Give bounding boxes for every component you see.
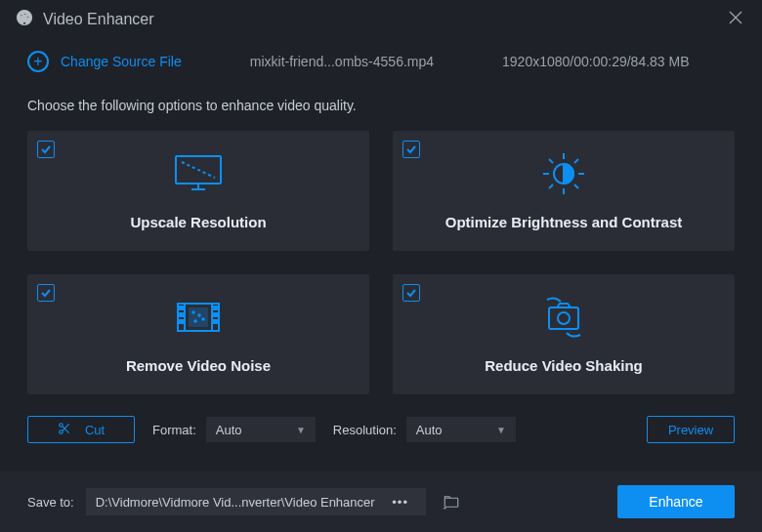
plus-icon: +	[27, 51, 49, 72]
checkbox-noise[interactable]	[37, 284, 55, 302]
svg-point-3	[27, 16, 29, 18]
cut-label: Cut	[85, 423, 105, 437]
option-label: Optimize Brightness and Contrast	[445, 214, 683, 230]
svg-rect-39	[444, 498, 458, 507]
bottom-bar: Save to: D:\Vidmore\Vidmore Vid...nverte…	[0, 471, 762, 532]
source-file-name: mixkit-friend...ombs-4556.mp4	[250, 54, 434, 69]
option-upscale-resolution[interactable]: Upscale Resolution	[27, 131, 369, 251]
options-grid: Upscale Resolution	[27, 131, 735, 394]
enhance-button[interactable]: Enhance	[617, 485, 735, 518]
svg-point-2	[24, 13, 26, 15]
format-group: Format: Auto ▼	[152, 417, 316, 442]
change-source-button[interactable]: + Change Source File	[27, 51, 182, 72]
palette-icon	[16, 9, 33, 30]
film-noise-icon	[174, 295, 223, 340]
resolution-value: Auto	[416, 423, 443, 437]
window-title: Video Enhancer	[43, 11, 154, 28]
browse-button[interactable]: •••	[385, 495, 416, 510]
svg-rect-27	[214, 320, 217, 323]
open-folder-button[interactable]	[438, 488, 465, 515]
option-reduce-shaking[interactable]: Reduce Video Shaking	[393, 274, 735, 394]
save-path-field[interactable]: D:\Vidmore\Vidmore Vid...nverter\Video E…	[86, 488, 426, 515]
save-to-label: Save to:	[27, 495, 74, 510]
chevron-down-icon: ▼	[496, 425, 506, 435]
save-path-text: D:\Vidmore\Vidmore Vid...nverter\Video E…	[96, 495, 375, 510]
option-label: Reduce Video Shaking	[485, 357, 642, 374]
svg-rect-24	[180, 320, 183, 323]
svg-rect-28	[190, 308, 207, 326]
svg-rect-25	[214, 307, 217, 309]
svg-rect-23	[180, 313, 183, 316]
titlebar-left: Video Enhancer	[16, 9, 154, 30]
scissors-icon	[58, 422, 71, 438]
svg-point-1	[21, 15, 22, 17]
svg-line-18	[574, 159, 578, 163]
svg-rect-33	[549, 307, 578, 329]
svg-rect-22	[180, 307, 183, 309]
resolution-group: Resolution: Auto ▼	[333, 417, 516, 442]
main-area: Choose the following options to enhance …	[0, 90, 762, 443]
svg-point-30	[198, 314, 200, 316]
svg-line-17	[549, 184, 553, 188]
svg-rect-26	[214, 313, 217, 316]
enhance-label: Enhance	[649, 494, 702, 510]
preview-button[interactable]: Preview	[647, 416, 735, 443]
controls-row: Cut Format: Auto ▼ Resolution: Auto ▼ Pr…	[27, 394, 735, 443]
preview-label: Preview	[668, 423, 713, 437]
svg-line-7	[182, 162, 215, 178]
monitor-icon	[172, 151, 225, 196]
svg-point-36	[60, 430, 64, 433]
change-source-label: Change Source File	[61, 54, 182, 69]
brightness-icon	[539, 151, 588, 196]
resolution-select[interactable]: Auto ▼	[406, 417, 516, 442]
option-remove-noise[interactable]: Remove Video Noise	[27, 274, 369, 394]
svg-point-32	[194, 320, 196, 322]
camera-shake-icon	[539, 295, 588, 340]
format-value: Auto	[216, 423, 242, 437]
svg-point-34	[558, 312, 570, 324]
svg-point-29	[192, 311, 194, 313]
svg-line-15	[549, 159, 553, 163]
checkbox-upscale[interactable]	[37, 141, 55, 158]
resolution-label: Resolution:	[333, 423, 397, 437]
checkbox-shaking[interactable]	[402, 284, 420, 302]
checkbox-brightness[interactable]	[402, 141, 420, 158]
option-label: Remove Video Noise	[126, 357, 271, 374]
instruction-text: Choose the following options to enhance …	[27, 90, 735, 131]
svg-point-35	[60, 423, 64, 427]
cut-button[interactable]: Cut	[27, 416, 135, 443]
chevron-down-icon: ▼	[296, 425, 306, 435]
svg-point-31	[202, 318, 204, 320]
close-button[interactable]	[725, 7, 746, 32]
titlebar: Video Enhancer	[0, 0, 762, 39]
format-label: Format:	[152, 423, 196, 437]
source-file-info: 1920x1080/00:00:29/84.83 MB	[502, 54, 690, 69]
option-label: Upscale Resolution	[130, 214, 266, 230]
format-select[interactable]: Auto ▼	[206, 417, 316, 442]
source-bar: + Change Source File mixkit-friend...omb…	[0, 39, 762, 90]
svg-line-16	[574, 184, 578, 188]
option-brightness-contrast[interactable]: Optimize Brightness and Contrast	[393, 131, 735, 251]
